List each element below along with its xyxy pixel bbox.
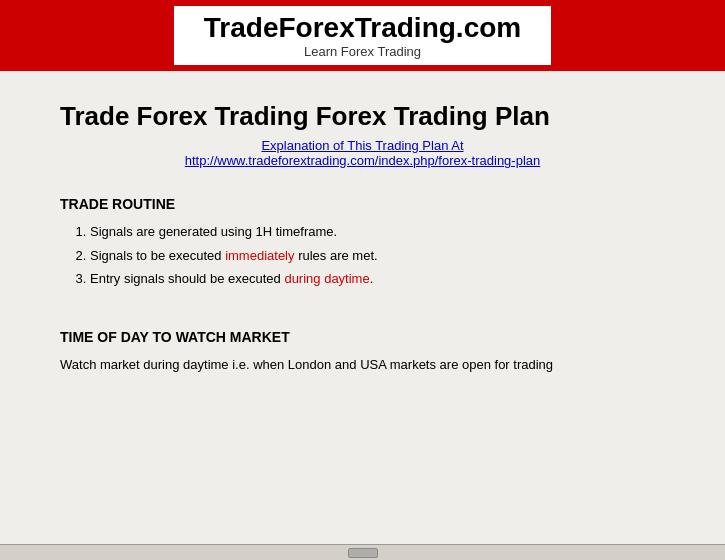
explanation-url[interactable]: http://www.tradeforextrading.com/index.p… xyxy=(60,153,665,168)
header-inner: TradeForexTrading.com Learn Forex Tradin… xyxy=(174,6,551,65)
main-window: TradeForexTrading.com Learn Forex Tradin… xyxy=(0,0,725,560)
explanation-text[interactable]: Explanation of This Trading Plan At xyxy=(60,138,665,153)
site-tagline: Learn Forex Trading xyxy=(204,44,521,59)
list-item-2-after: rules are met. xyxy=(295,248,378,263)
scrollbar-area[interactable] xyxy=(0,544,725,560)
list-item-2-before: Signals to be executed xyxy=(90,248,225,263)
site-name: TradeForexTrading.com xyxy=(204,12,521,44)
list-item-3-before: Entry signals should be executed xyxy=(90,271,284,286)
list-item: Signals are generated using 1H timeframe… xyxy=(90,222,665,242)
list-item-3-after: . xyxy=(370,271,374,286)
list-item: Entry signals should be executed during … xyxy=(90,269,665,289)
trade-routine-title: TRADE ROUTINE xyxy=(60,196,665,212)
trade-routine-list: Signals are generated using 1H timeframe… xyxy=(90,222,665,289)
page-title: Trade Forex Trading Forex Trading Plan xyxy=(60,101,665,132)
header-bar: TradeForexTrading.com Learn Forex Tradin… xyxy=(0,0,725,71)
scrollbar-thumb[interactable] xyxy=(348,548,378,558)
time-of-day-title: TIME OF DAY TO WATCH MARKET xyxy=(60,329,665,345)
content-area: Trade Forex Trading Forex Trading Plan E… xyxy=(0,71,725,544)
time-of-day-body: Watch market during daytime i.e. when Lo… xyxy=(60,355,665,375)
list-item-3-highlight: during daytime xyxy=(284,271,369,286)
list-item-1-text: Signals are generated using 1H timeframe… xyxy=(90,224,337,239)
list-item: Signals to be executed immediately rules… xyxy=(90,246,665,266)
explanation-link-block: Explanation of This Trading Plan At http… xyxy=(60,138,665,168)
list-item-2-highlight: immediately xyxy=(225,248,294,263)
